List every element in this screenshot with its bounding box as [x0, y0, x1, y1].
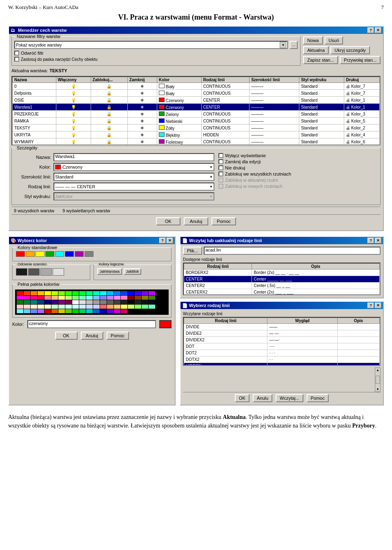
palette-cell[interactable]	[114, 296, 120, 300]
filter-dropdown[interactable]: Pokaż wszystkie warstwy ▼	[14, 41, 288, 49]
palette-cell[interactable]	[45, 291, 51, 295]
palette-cell[interactable]	[17, 300, 23, 304]
layer-frozen[interactable]: ❄	[127, 90, 157, 97]
layer-color[interactable]: Żółty	[157, 125, 201, 131]
rodzaj-dropdown-arrow[interactable]: ▼	[209, 185, 213, 189]
palette-cell[interactable]	[65, 291, 72, 295]
layer-on[interactable]: 💡	[56, 131, 91, 138]
standard-color-swatch[interactable]	[26, 251, 35, 257]
palette-cell[interactable]	[38, 309, 44, 313]
palette-cell[interactable]	[31, 300, 37, 304]
apply-toolbar-checkbox[interactable]	[14, 57, 19, 62]
kolor-dropdown-arrow[interactable]: ▼	[209, 165, 213, 169]
color-help-btn[interactable]: ?	[159, 238, 166, 243]
palette-cell[interactable]	[86, 309, 93, 313]
details-styl-dropdown[interactable]: JakKolor ▼	[53, 192, 214, 200]
palette-cell[interactable]	[128, 291, 134, 295]
layer-color[interactable]: Zielony	[157, 111, 201, 118]
layer-locked[interactable]: 🔒	[91, 83, 127, 90]
palette-cell[interactable]	[142, 300, 148, 304]
palette-cell[interactable]	[79, 291, 86, 295]
palette-cell[interactable]	[45, 296, 51, 300]
palette-cell[interactable]	[135, 296, 141, 300]
palette-cell[interactable]	[31, 291, 37, 295]
nie-drukuj-checkbox[interactable]	[218, 165, 223, 170]
palette-cell[interactable]	[24, 309, 30, 313]
palette-cell[interactable]	[31, 309, 37, 313]
palette-cell[interactable]	[142, 296, 148, 300]
palette-cell[interactable]	[128, 300, 134, 304]
palette-cell[interactable]	[149, 300, 155, 304]
styl-dropdown-arrow[interactable]: ▼	[209, 195, 213, 198]
lt-sel-row[interactable]: DOT2· · ·	[184, 350, 380, 356]
palette-cell[interactable]	[58, 296, 65, 300]
layer-on[interactable]: 💡	[56, 104, 91, 111]
palette-cell[interactable]	[38, 291, 44, 295]
palette-cell[interactable]	[100, 305, 107, 309]
zamknij-checkbox[interactable]	[218, 159, 223, 164]
layer-color[interactable]: Czerwony	[157, 97, 201, 104]
palette-cell[interactable]	[107, 291, 114, 295]
palette-cell[interactable]	[100, 296, 107, 300]
layer-color[interactable]: Czerwony	[157, 104, 201, 111]
palette-cell[interactable]	[58, 291, 65, 295]
palette-cell[interactable]	[135, 300, 141, 304]
details-kolor-dropdown[interactable]: Czerwony ▼	[53, 163, 214, 171]
standard-color-swatch[interactable]	[16, 251, 25, 257]
filter-dropdown-arrow[interactable]: ▼	[280, 42, 286, 48]
palette-cell[interactable]	[24, 291, 30, 295]
lt-load-row[interactable]: CENTER2Center (.5x) __ _ __	[184, 283, 380, 289]
layer-on[interactable]: 💡	[56, 111, 91, 118]
lt-sel-scrollbar[interactable]: ▲ ▼	[375, 367, 381, 392]
reverse-filter-checkbox[interactable]	[14, 51, 19, 56]
gray-shade-swatch[interactable]	[53, 268, 64, 276]
gray-shade-swatch[interactable]	[28, 268, 40, 276]
standard-color-swatch[interactable]	[75, 251, 84, 257]
palette-cell[interactable]	[17, 291, 23, 295]
help-titlebar-btn[interactable]: ?	[368, 27, 374, 33]
standard-color-swatch[interactable]	[85, 251, 94, 257]
palette-cell[interactable]	[17, 296, 23, 300]
layer-frozen[interactable]: ❄	[127, 111, 157, 118]
plik-input[interactable]: acad.lin	[204, 247, 381, 255]
layer-on[interactable]: 💡	[56, 97, 91, 104]
lt-sel-help-btn[interactable]: ?	[368, 303, 374, 308]
palette-cell[interactable]	[17, 309, 23, 313]
palette-cell[interactable]	[79, 300, 86, 304]
lt-sel-row[interactable]: DIVIDEX2—·—·	[184, 337, 380, 343]
palette-cell[interactable]	[65, 305, 72, 309]
lt-sel-row[interactable]: DIVIDE——	[184, 324, 380, 330]
ok-button[interactable]: OK	[156, 217, 180, 225]
palette-cell[interactable]	[100, 291, 107, 295]
palette-cell[interactable]	[100, 309, 107, 313]
kolor-input[interactable]: czerwony	[27, 320, 156, 328]
layer-on[interactable]: 💡	[56, 83, 91, 90]
palette-cell[interactable]	[121, 300, 127, 304]
wylacz-checkbox[interactable]	[218, 153, 223, 158]
palette-cell[interactable]	[45, 309, 51, 313]
palette-cell[interactable]	[121, 296, 127, 300]
lt-load-row[interactable]: CENTERX2Center (2x) ___ _ ___	[184, 289, 380, 296]
full-palette-grid[interactable]	[15, 289, 169, 315]
palette-cell[interactable]	[93, 296, 100, 300]
layer-row[interactable]: PRZEKROJE 💡 🔒 ❄ Zielony CONTINUOUS ——— S…	[13, 111, 380, 118]
lt-load-help-btn[interactable]: ?	[368, 238, 374, 243]
lt-sel-row[interactable]: DOT·····	[184, 343, 380, 350]
palette-cell[interactable]	[24, 296, 30, 300]
details-rodzaj-dropdown[interactable]: —— — — CENTER ▼	[53, 183, 214, 191]
palette-cell[interactable]	[149, 296, 155, 300]
palette-cell[interactable]	[93, 291, 100, 295]
layer-locked[interactable]: 🔒	[91, 138, 127, 145]
palette-cell[interactable]	[24, 300, 30, 304]
palette-cell[interactable]	[149, 291, 155, 295]
layer-locked[interactable]: 🔒	[91, 90, 127, 97]
palette-cell[interactable]	[107, 305, 114, 309]
palette-cell[interactable]	[142, 305, 148, 309]
layer-row[interactable]: Warstwa1 💡 🔒 ❄ Czerwony CENTER ——— Stand…	[13, 104, 380, 111]
jak-blok-btn[interactable]: JakBlok	[124, 268, 142, 275]
palette-cell[interactable]	[51, 309, 58, 313]
layer-frozen[interactable]: ❄	[127, 125, 157, 131]
palette-cell[interactable]	[58, 305, 65, 309]
lt-sel-row[interactable]: DOTX2· ·	[184, 356, 380, 363]
palette-cell[interactable]	[58, 309, 65, 313]
